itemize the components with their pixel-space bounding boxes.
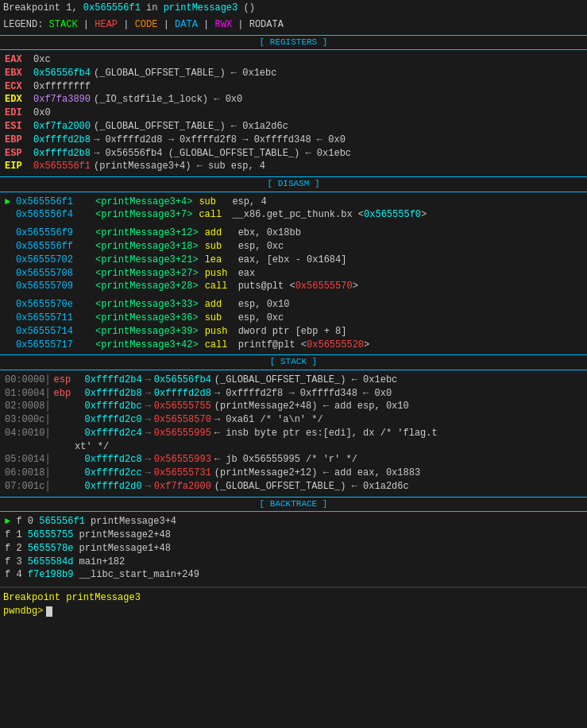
disasm-row-10: 0x56555717<printMessage3+42> call printf… — [3, 339, 584, 352]
bt-row-2: f 2 5655578e printMessage1+48 — [3, 542, 584, 556]
disasm-row-3: 0x565556ff<printMessage3+18> sub esp, 0x… — [3, 240, 584, 254]
current-arrow-icon: ► — [5, 196, 16, 209]
stack-panel: 00:0000│esp 0xffffd2b4 → 0x56556fb4 (_GL… — [0, 372, 587, 495]
backtrace-header: [ BACKTRACE ] — [0, 497, 587, 512]
reg-ecx: ECX 0xffffffff — [3, 80, 584, 94]
registers-header: [ REGISTERS ] — [0, 35, 587, 50]
disasm-row-1: 0x565556f4<printMessage3+7> call __x86.g… — [3, 208, 584, 222]
legend-rwx: RWX — [215, 19, 233, 30]
backtrace-panel: ► f 0 565556f1 printMessage3+4 f 1 56555… — [0, 513, 587, 583]
legend-data: DATA — [175, 19, 198, 30]
stack-row-7: 07:001c│0xffffd2d0 → 0xf7fa2000 (_GLOBAL… — [3, 480, 584, 494]
cursor — [46, 606, 52, 617]
stack-row-4b: xt' */ — [3, 440, 584, 454]
bt-row-4: f 4 f7e198b9 __libc_start_main+249 — [3, 568, 584, 582]
stack-row-0: 00:0000│esp 0xffffd2b4 → 0x56556fb4 (_GL… — [3, 374, 584, 387]
stack-row-2: 02:0008│0xffffd2bc → 0x56555755 (printMe… — [3, 400, 584, 413]
legend: LEGEND: STACK | HEAP | CODE | DATA | RWX… — [0, 17, 587, 33]
reg-edi: EDI 0x0 — [3, 106, 584, 120]
header: Breakpoint 1, 0x565556f1 in printMessage… — [0, 0, 587, 17]
disasm-panel: ► 0x565556f1<printMessage3+4> sub esp, 4… — [0, 194, 587, 354]
stack-row-3: 03:000c│0xffffd2c0 → 0x56558570 → 0xa61 … — [3, 413, 584, 427]
header-bp-func: printMessage3 — [164, 2, 238, 14]
disasm-header: [ DISASM ] — [0, 176, 587, 192]
legend-code: CODE — [135, 19, 158, 30]
bottom-panel: Breakpoint printMessage3 pwndbg> — [0, 587, 587, 618]
reg-edx: EDX 0xf7fa3890 (_IO_stdfile_1_lock) ← 0x… — [3, 93, 584, 106]
disasm-row-8: 0x56555711<printMessage3+36> sub esp, 0x… — [3, 312, 584, 325]
disasm-row-5: 0x56555708<printMessage3+27> push eax — [3, 267, 584, 281]
bt-row-3: f 3 5655584d main+182 — [3, 556, 584, 569]
stack-row-1: 01:0004│ebp 0xffffd2b8 → 0xffffd2d8 → 0x… — [3, 387, 584, 401]
disasm-row-7: 0x5655570e<printMessage3+33> add esp, 0x… — [3, 298, 584, 312]
stack-row-6: 06:0018│0xffffd2cc → 0x56555731 (printMe… — [3, 467, 584, 480]
bt-row-0: ► f 0 565556f1 printMessage3+4 — [3, 515, 584, 529]
stack-row-5: 05:0014│0xffffd2c8 → 0x56555993 ← jb 0x5… — [3, 453, 584, 467]
header-bp-middle: in — [141, 2, 164, 14]
header-breakpoint-prefix: Breakpoint 1, — [3, 2, 83, 14]
legend-label: LEGEND: — [3, 19, 49, 30]
reg-ebx: EBX 0x56556fb4 (_GLOBAL_OFFSET_TABLE_) ←… — [3, 67, 584, 80]
reg-esi: ESI 0xf7fa2000 (_GLOBAL_OFFSET_TABLE_) ←… — [3, 120, 584, 134]
bt-row-1: f 1 56555755 printMessage2+48 — [3, 529, 584, 542]
reg-ebp: EBP 0xffffd2b8 → 0xffffd2d8 → 0xffffd2f8… — [3, 134, 584, 147]
legend-heap: HEAP — [95, 19, 118, 30]
bottom-breakpoint-line: Breakpoint printMessage3 — [3, 591, 584, 605]
reg-esp: ESP 0xffffd2b8 → 0x56556fb4 (_GLOBAL_OFF… — [3, 147, 584, 161]
legend-rodata: RODATA — [249, 19, 284, 30]
header-bp-suffix: () — [238, 2, 255, 14]
disasm-row-9: 0x56555714<printMessage3+39> push dword … — [3, 325, 584, 339]
prompt-line: pwndbg> — [3, 605, 584, 618]
disasm-row-4: 0x56555702<printMessage3+21> lea eax, [e… — [3, 254, 584, 267]
prompt-text: pwndbg> — [3, 605, 43, 618]
stack-header: [ STACK ] — [0, 354, 587, 370]
stack-row-4: 04:0010│0xffffd2c4 → 0x56555995 ← insb b… — [3, 427, 584, 440]
registers-panel: EAX 0xc EBX 0x56556fb4 (_GLOBAL_OFFSET_T… — [0, 52, 587, 175]
reg-eax: EAX 0xc — [3, 53, 584, 67]
disasm-row-2: 0x565556f9<printMessage3+12> add ebx, 0x… — [3, 227, 584, 240]
disasm-row-6: 0x56555709<printMessage3+28> call puts@p… — [3, 280, 584, 293]
legend-stack: STACK — [49, 19, 78, 30]
header-bp-addr: 0x565556f1 — [83, 2, 141, 14]
disasm-row-current: ► 0x565556f1<printMessage3+4> sub esp, 4 — [3, 196, 584, 209]
reg-eip: EIP 0x565556f1 (printMessage3+4) ← sub e… — [3, 160, 584, 173]
